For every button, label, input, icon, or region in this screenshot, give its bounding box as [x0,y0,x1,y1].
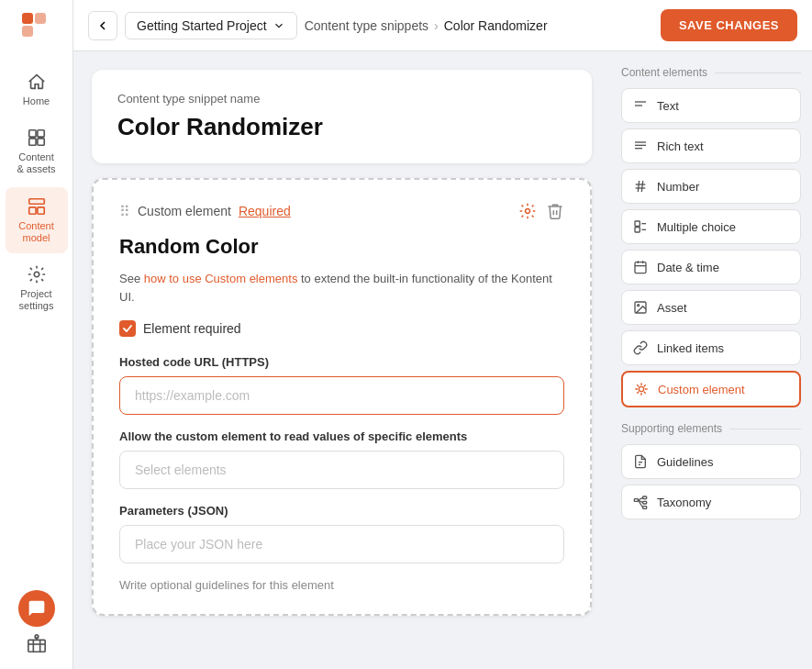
element-type-date-time-label: Date & time [657,261,719,274]
desc-link[interactable]: how to use Custom elements [144,272,298,285]
url-input[interactable] [119,376,564,415]
element-type-text-label: Text [657,99,679,113]
sidebar-item-content-model[interactable]: Contentmodel [6,187,68,253]
svg-rect-1 [35,13,46,24]
element-type-guidelines-label: Guidelines [657,455,713,469]
element-card-header: ⠿ Custom element Required [119,202,564,220]
gift-icon[interactable] [27,634,47,658]
sidebar-item-home[interactable]: Home [6,62,68,117]
number-icon [633,179,648,194]
svg-rect-5 [28,139,35,145]
element-type-rich-text[interactable]: Rich text [621,128,801,163]
element-type-multiple-choice-label: Multiple choice [657,220,736,234]
project-dropdown[interactable]: Getting Started Project [125,12,297,39]
element-type-multiple-choice[interactable]: Multiple choice [621,209,801,244]
element-type-number-label: Number [657,180,699,194]
svg-line-40 [638,497,642,500]
elements-input[interactable] [119,451,564,489]
checkbox-label: Element required [143,321,241,336]
svg-rect-3 [28,130,35,137]
rich-text-icon [633,139,648,153]
svg-point-32 [638,305,640,307]
desc-prefix: See [119,272,144,285]
element-type-text[interactable]: Text [621,88,801,123]
chat-button[interactable] [18,590,55,627]
settings-icon[interactable] [518,202,537,220]
svg-rect-23 [635,221,640,226]
date-time-icon [633,260,648,274]
text-icon [633,98,648,113]
svg-rect-2 [22,26,33,37]
asset-icon [633,300,648,315]
element-type-taxonomy[interactable]: Taxonomy [621,485,801,519]
content-elements-title: Content elements [621,66,801,79]
checkbox-row[interactable]: Element required [119,320,564,337]
custom-element-icon [634,382,649,396]
linked-items-icon [633,340,648,355]
breadcrumb-separator: › [434,18,439,33]
url-field-label: Hosted code URL (HTTPS) [119,355,564,369]
sidebar: Home Content& assets Contentmodel Projec… [0,0,73,669]
json-field-group: Parameters (JSON) [119,504,564,563]
json-input[interactable] [119,525,564,563]
header: Getting Started Project Content type sni… [73,0,812,51]
name-card: Content type snippet name Color Randomiz… [92,70,592,163]
back-button[interactable] [88,11,117,40]
name-card-title: Color Randomizer [117,113,566,141]
elements-field-group: Allow the custom element to read values … [119,429,564,489]
sidebar-item-project-settings[interactable]: Projectsettings [6,255,68,321]
url-field-group: Hosted code URL (HTTPS) [119,355,564,415]
guidelines-hint: Write optional guidelines for this eleme… [119,578,564,592]
element-type-date-time[interactable]: Date & time [621,250,801,284]
element-type-guidelines[interactable]: Guidelines [621,444,801,479]
element-type-number[interactable]: Number [621,169,801,204]
svg-rect-4 [37,130,43,137]
svg-point-33 [639,386,643,391]
element-type-asset[interactable]: Asset [621,290,801,325]
svg-rect-6 [37,139,43,145]
element-type-rich-text-label: Rich text [657,139,704,153]
svg-point-10 [34,272,39,277]
breadcrumb: Content type snippets › Color Randomizer [305,18,548,33]
main: Getting Started Project Content type sni… [73,0,812,669]
element-title: Random Color [119,235,564,259]
svg-rect-37 [643,496,647,499]
nav-bottom [18,590,55,658]
element-type-asset-label: Asset [657,301,687,315]
sidebar-item-home-label: Home [23,95,50,107]
element-type-taxonomy-label: Taxonomy [657,496,711,509]
content-area: Content type snippet name Color Randomiz… [73,51,812,669]
sidebar-item-content[interactable]: Content& assets [6,118,68,184]
save-button[interactable]: SAVE CHANGES [661,9,797,41]
element-type-linked-items[interactable]: Linked items [621,330,801,365]
svg-rect-27 [635,262,646,273]
breadcrumb-parent: Content type snippets [305,18,428,33]
svg-rect-9 [37,206,43,213]
delete-icon[interactable] [546,202,564,220]
taxonomy-icon [633,495,648,509]
breadcrumb-current: Color Randomizer [444,18,548,33]
required-badge[interactable]: Required [239,204,291,218]
svg-line-22 [641,181,642,192]
drag-handle-icon[interactable]: ⠿ [119,203,130,220]
element-card: ⠿ Custom element Required Random Color S… [92,178,592,616]
svg-rect-0 [22,13,33,24]
supporting-elements-title: Supporting elements [621,422,801,435]
element-actions [518,202,564,220]
name-card-label: Content type snippet name [117,92,566,106]
guidelines-icon [633,454,648,469]
supporting-elements-section: Supporting elements Guidelines Taxonomy [621,422,801,519]
center-panel: Content type snippet name Color Randomiz… [73,51,610,669]
logo [20,11,53,48]
svg-rect-11 [28,640,44,652]
element-type-custom-element[interactable]: Custom element [621,371,801,407]
element-required-checkbox[interactable] [119,320,136,337]
elements-field-label: Allow the custom element to read values … [119,429,564,443]
element-desc: See how to use Custom elements to extend… [119,270,564,306]
multiple-choice-icon [633,219,648,234]
svg-rect-25 [635,228,640,232]
element-type-linked-items-label: Linked items [657,341,724,355]
project-name: Getting Started Project [137,18,267,33]
element-type-custom-element-label: Custom element [658,383,745,396]
right-panel: Content elements Text Rich text [610,51,812,669]
